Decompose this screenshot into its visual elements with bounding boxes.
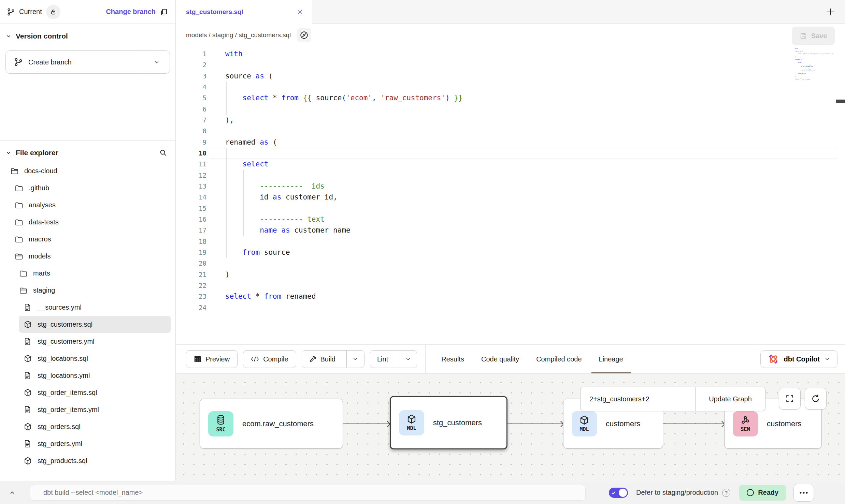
version-control-header[interactable]: Version control	[5, 32, 170, 40]
code-content[interactable]: with source as ( select * from {{ source…	[225, 48, 463, 313]
close-icon[interactable]	[297, 9, 303, 15]
code-line-4[interactable]	[225, 81, 463, 92]
doc-icon	[24, 337, 32, 346]
code-line-14[interactable]: id as customer_id,	[225, 192, 463, 203]
code-line-18[interactable]	[225, 236, 463, 247]
code-line-1[interactable]: with	[225, 48, 463, 59]
defer-toggle[interactable]	[609, 488, 628, 498]
tree-item-analyses[interactable]: analyses	[0, 196, 175, 213]
code-line-13[interactable]: ---------- ids	[225, 181, 463, 192]
lineage-node-label: ecom.raw_customers	[242, 419, 314, 428]
tree-item-stg-order-items-yml[interactable]: stg_order_items.yml	[0, 401, 175, 418]
tree-item-stg-customers-sql[interactable]: stg_customers.sql	[19, 316, 171, 333]
model-icon	[24, 354, 32, 363]
create-branch-button[interactable]: Create branch	[5, 50, 170, 74]
tree-item-stg-order-items-sql[interactable]: stg_order_items.sql	[0, 384, 175, 401]
tree-item-marts[interactable]: marts	[0, 265, 175, 282]
code-editor[interactable]: 123456789101112131415161718192021222324 …	[176, 46, 845, 344]
more-options-button[interactable]	[793, 484, 814, 502]
tree-item-stg-customers-yml[interactable]: stg_customers.yml	[0, 333, 175, 350]
doc-icon	[24, 405, 32, 414]
help-icon[interactable]: ?	[722, 489, 730, 497]
search-icon[interactable]	[159, 149, 167, 157]
copy-icon[interactable]	[160, 8, 168, 16]
folder-open-icon	[10, 167, 19, 175]
build-button[interactable]: Build	[302, 350, 364, 368]
tree-item-data-tests[interactable]: data-tests	[0, 213, 175, 231]
compile-button[interactable]: Compile	[243, 350, 296, 368]
dbt-copilot-button[interactable]: dbt Copilot	[760, 350, 837, 368]
git-branch-icon	[14, 58, 23, 66]
preview-button[interactable]: Preview	[186, 350, 238, 368]
fullscreen-button[interactable]	[779, 388, 801, 410]
tree-item-stg-products-sql[interactable]: stg_products.sql	[0, 452, 175, 469]
code-line-11[interactable]: select	[225, 159, 463, 169]
tree-item-docs-cloud[interactable]: docs-cloud	[0, 162, 175, 179]
wrench-icon	[309, 355, 316, 363]
copilot-compass-icon[interactable]	[297, 28, 311, 42]
new-tab-button[interactable]	[825, 7, 835, 17]
code-line-12[interactable]	[225, 170, 463, 181]
lineage-node-label: customers	[767, 419, 801, 428]
dbt-ide-app: Current Change branch	[0, 0, 845, 504]
floppy-disk-icon	[800, 32, 807, 40]
cube-icon: MDL	[572, 411, 597, 436]
panel-tab-lineage[interactable]: Lineage	[599, 345, 623, 373]
overview-ruler-marker	[836, 100, 845, 103]
folder-icon	[15, 184, 24, 192]
tree-item-stg-orders-sql[interactable]: stg_orders.sql	[0, 418, 175, 435]
code-line-21[interactable]: )	[225, 269, 463, 280]
tree-item-macros[interactable]: macros	[0, 231, 175, 248]
code-line-15[interactable]	[225, 203, 463, 214]
tree-item-stg-locations-sql[interactable]: stg_locations.sql	[0, 350, 175, 367]
code-line-5[interactable]: select * from {{ source('ecom', 'raw_cus…	[225, 92, 463, 103]
ellipsis-icon	[799, 491, 808, 494]
command-input[interactable]	[30, 489, 585, 496]
lineage-node-stg-customers[interactable]: MDLstg_customers	[390, 396, 507, 449]
minimap[interactable]: with source as ( select * from {{ source…	[795, 48, 836, 81]
fullscreen-icon	[785, 394, 794, 403]
code-line-10[interactable]	[225, 148, 463, 159]
code-line-8[interactable]	[225, 125, 463, 136]
code-line-20[interactable]	[225, 258, 463, 269]
code-line-7[interactable]: ),	[225, 115, 463, 125]
save-button[interactable]: Save	[792, 27, 835, 45]
change-branch-link[interactable]: Change branch	[106, 8, 156, 16]
lint-button[interactable]: Lint	[370, 350, 417, 368]
code-line-19[interactable]: from source	[225, 247, 463, 258]
panel-tab-results[interactable]: Results	[441, 345, 464, 373]
refresh-button[interactable]	[805, 388, 827, 410]
build-dropdown[interactable]	[346, 351, 364, 368]
tab-stg-customers-sql[interactable]: stg_customers.sql	[176, 0, 312, 24]
code-line-3[interactable]: source as (	[225, 71, 463, 81]
lineage-edge	[343, 424, 390, 424]
lineage-node-ecom-raw-customers[interactable]: SRCecom.raw_customers	[200, 399, 343, 449]
create-branch-dropdown[interactable]	[143, 51, 170, 73]
code-line-2[interactable]	[225, 59, 463, 70]
dbt-logo-icon	[768, 353, 779, 365]
tree-item-label: macros	[29, 235, 51, 243]
chevron-up-icon[interactable]	[9, 489, 16, 496]
tree-item--sources-yml[interactable]: __sources.yml	[0, 299, 175, 316]
file-explorer-header[interactable]: File explorer	[0, 140, 175, 161]
lineage-panel[interactable]: SRCecom.raw_customersMDLstg_customersMDL…	[176, 374, 845, 481]
tree-item-models[interactable]: models	[0, 248, 175, 265]
ready-status-badge[interactable]: Ready	[739, 485, 786, 501]
code-line-9[interactable]: renamed as (	[225, 137, 463, 148]
tree-item--github[interactable]: .github	[0, 179, 175, 196]
lint-dropdown[interactable]	[399, 351, 417, 368]
lineage-selector-input[interactable]: 2+stg_customers+2	[581, 387, 695, 411]
code-line-23[interactable]: select * from renamed	[225, 291, 463, 302]
code-line-6[interactable]	[225, 104, 463, 115]
panel-tab-code-quality[interactable]: Code quality	[481, 345, 519, 373]
model-icon	[24, 457, 32, 465]
panel-tab-compiled-code[interactable]: Compiled code	[536, 345, 582, 373]
code-line-24[interactable]	[225, 302, 463, 313]
code-line-22[interactable]	[225, 280, 463, 291]
tree-item-stg-orders-yml[interactable]: stg_orders.yml	[0, 435, 175, 452]
tree-item-staging[interactable]: staging	[0, 282, 175, 299]
code-line-17[interactable]: name as customer_name	[225, 225, 463, 236]
tree-item-stg-locations-yml[interactable]: stg_locations.yml	[0, 367, 175, 384]
update-graph-button[interactable]: Update Graph	[695, 387, 765, 411]
code-line-16[interactable]: ---------- text	[225, 214, 463, 225]
